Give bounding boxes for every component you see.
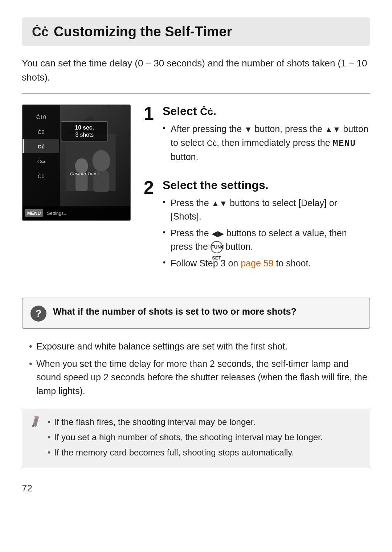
step-2-bullets: Press the ▲▼ buttons to select [Delay] o… (163, 196, 370, 270)
page-link: page 59 (241, 258, 273, 268)
page-number: 72 (22, 483, 370, 494)
step-2-body: Select the settings. Press the ▲▼ button… (163, 179, 370, 273)
svg-text:MENU: MENU (27, 210, 41, 216)
step-1-number: 1 (144, 105, 157, 123)
svg-text:Ċċ: Ċċ (38, 144, 45, 150)
info-box: ? What if the number of shots is set to … (22, 298, 370, 329)
svg-text:Ċ0: Ċ0 (38, 173, 45, 179)
svg-text:Ċ2: Ċ2 (38, 129, 45, 135)
camera-scene-svg: Ċ10 Ċ2 Ċċ Ċ∞ Ċ0 10 sec. 3 shots Custom T… (23, 105, 130, 220)
step-1-bullets: After pressing the ▼ button, press the ▲… (163, 122, 370, 164)
step-2-bullet-2: Press the ◀▶ buttons to select a value, … (163, 226, 370, 254)
page-header: Ċċ Customizing the Self-Timer (22, 17, 370, 46)
step-2-title: Select the settings. (163, 179, 370, 192)
svg-point-3 (92, 150, 110, 171)
pencil-notes-list: If the flash fires, the shooting interva… (48, 416, 363, 459)
svg-text:Ċ∞: Ċ∞ (37, 158, 45, 164)
main-content: Ċ10 Ċ2 Ċċ Ċ∞ Ċ0 10 sec. 3 shots Custom T… (22, 105, 370, 285)
pencil-note-1: If the flash fires, the shooting interva… (48, 416, 363, 429)
step-2-bullet-3: Follow Step 3 on page 59 to shoot. (163, 257, 370, 270)
step-2: 2 Select the settings. Press the ▲▼ butt… (144, 179, 370, 273)
svg-text:Custom Timer: Custom Timer (70, 171, 99, 176)
func-set-button: FUNCSET (211, 241, 223, 253)
step-2-bullet-1: Press the ▲▼ buttons to select [Delay] o… (163, 196, 370, 224)
question-icon: ? (30, 306, 46, 322)
note-item-1: Exposure and white balance settings are … (29, 340, 370, 353)
section-divider (22, 93, 370, 94)
pencil-note-box: If the flash fires, the shooting interva… (22, 409, 370, 468)
intro-text: You can set the time delay (0 – 30 secon… (22, 56, 370, 85)
camera-screenshot: Ċ10 Ċ2 Ċċ Ċ∞ Ċ0 10 sec. 3 shots Custom T… (22, 105, 131, 221)
pencil-icon (28, 415, 42, 429)
svg-text:10  sec.: 10 sec. (75, 124, 94, 131)
step-1-bullet-1: After pressing the ▼ button, press the ▲… (163, 122, 370, 164)
step-2-number: 2 (144, 179, 157, 197)
notes-section: Exposure and white balance settings are … (22, 340, 370, 398)
pencil-note-3: If the memory card becomes full, shootin… (48, 446, 363, 459)
self-timer-icon: Ċċ (32, 24, 49, 40)
step-1-body: Select Ċċ. After pressing the ▼ button, … (163, 105, 370, 167)
svg-text:Settings...: Settings... (47, 210, 68, 216)
info-box-text: What if the number of shots is set to tw… (53, 305, 297, 319)
steps-content: 1 Select Ċċ. After pressing the ▼ button… (144, 105, 370, 285)
step-1-title: Select Ċċ. (163, 105, 370, 118)
svg-text:Ċ10: Ċ10 (36, 114, 46, 120)
pencil-note-2: If you set a high number of shots, the s… (48, 431, 363, 444)
page-title: Customizing the Self-Timer (54, 24, 232, 40)
step-1: 1 Select Ċċ. After pressing the ▼ button… (144, 105, 370, 167)
svg-text:3  shots: 3 shots (75, 132, 94, 138)
note-item-2: When you set the time delay for more tha… (29, 357, 370, 398)
